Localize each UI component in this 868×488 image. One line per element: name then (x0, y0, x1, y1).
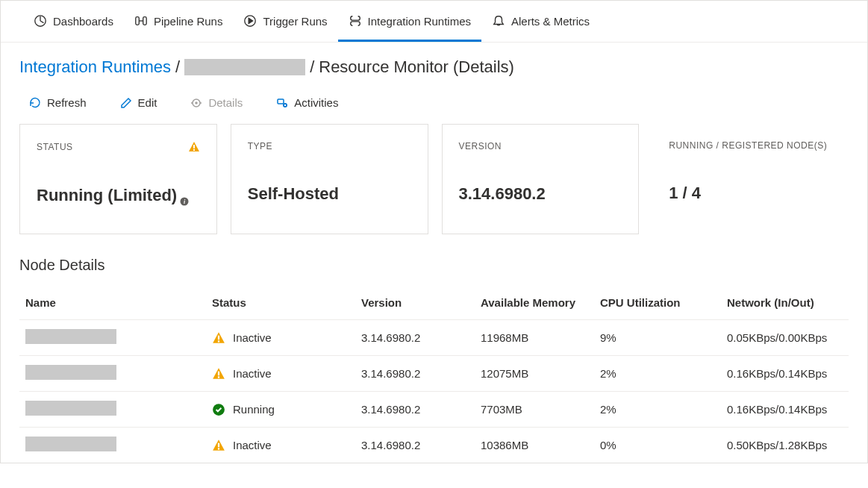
tab-label: Integration Runtimes (368, 15, 471, 28)
tab-label: Pipeline Runs (154, 15, 223, 28)
node-memory: 11968MB (475, 320, 594, 356)
node-network: 0.16KBps/0.14KBps (721, 392, 849, 428)
card-value: 1 / 4 (669, 184, 701, 203)
edit-icon (120, 97, 132, 109)
dashboard-icon (34, 14, 47, 28)
breadcrumb-redacted-name (184, 59, 305, 75)
tab-trigger-runs[interactable]: Trigger Runs (233, 1, 337, 42)
breadcrumb: Integration Runtimes / / Resource Monito… (1, 43, 867, 83)
svg-rect-12 (218, 335, 219, 340)
trigger-icon (243, 14, 257, 28)
details-icon (190, 97, 202, 109)
warning-icon (188, 141, 200, 153)
th-cpu[interactable]: CPU Utilization (594, 287, 721, 320)
node-version: 3.14.6980.2 (355, 356, 475, 392)
node-details-table: Name Status Version Available Memory CPU… (19, 287, 849, 463)
svg-rect-14 (218, 371, 219, 375)
node-cpu: 2% (594, 356, 721, 392)
card-label: TYPE (248, 141, 272, 151)
warning-icon (212, 331, 225, 345)
svg-point-5 (196, 102, 197, 104)
tab-dashboards[interactable]: Dashboards (23, 1, 124, 42)
card-value: Self-Hosted (248, 184, 339, 204)
node-network: 0.50KBps/1.28KBps (721, 428, 849, 463)
node-status: Inactive (233, 367, 272, 380)
details-button: Details (190, 96, 243, 109)
node-network: 0.05KBps/0.00KBps (721, 320, 849, 356)
refresh-button[interactable]: Refresh (29, 96, 87, 109)
th-status[interactable]: Status (206, 287, 355, 320)
warning-icon (212, 439, 225, 452)
card-label: RUNNING / REGISTERED NODE(S) (669, 140, 827, 151)
node-memory: 7703MB (475, 392, 594, 428)
tab-label: Trigger Runs (263, 15, 327, 28)
integration-icon (349, 14, 362, 28)
status-card: STATUS Running (Limited) i (19, 124, 217, 234)
card-label: STATUS (37, 142, 73, 152)
breadcrumb-current: Resource Monitor (Details) (319, 57, 514, 77)
th-version[interactable]: Version (355, 287, 475, 320)
table-row[interactable]: Running3.14.6980.27703MB2%0.16KBps/0.14K… (19, 392, 849, 428)
node-name-redacted (25, 437, 116, 451)
svg-rect-9 (193, 149, 195, 151)
node-memory: 10386MB (475, 428, 594, 463)
version-card: VERSION 3.14.6980.2 (442, 124, 640, 234)
summary-cards: STATUS Running (Limited) i TYPE Self-Hos… (1, 124, 867, 257)
pipeline-icon (134, 14, 148, 28)
node-network: 0.16KBps/0.14KBps (721, 356, 849, 392)
node-version: 3.14.6980.2 (355, 428, 475, 463)
bell-icon (492, 14, 505, 28)
table-row[interactable]: Inactive3.14.6980.210386MB0%0.50KBps/1.2… (19, 428, 849, 463)
button-label: Details (208, 96, 243, 109)
button-label: Activities (294, 96, 338, 109)
refresh-icon (29, 97, 41, 109)
check-circle-icon (212, 403, 225, 416)
svg-rect-2 (143, 17, 147, 25)
node-cpu: 9% (594, 320, 721, 356)
table-row[interactable]: Inactive3.14.6980.211968MB9%0.05KBps/0.0… (19, 320, 849, 356)
breadcrumb-separator: / (175, 57, 180, 77)
node-status: Running (233, 403, 275, 416)
nodes-card: RUNNING / REGISTERED NODE(S) 1 / 4 (652, 124, 849, 234)
button-label: Refresh (47, 96, 87, 109)
svg-rect-1 (136, 17, 140, 25)
svg-rect-17 (218, 442, 219, 447)
card-value: Running (Limited) (37, 186, 177, 205)
tab-label: Alerts & Metrics (511, 15, 590, 28)
main-tabs: Dashboards Pipeline Runs Trigger Runs In… (1, 1, 867, 43)
th-memory[interactable]: Available Memory (475, 287, 594, 320)
th-name[interactable]: Name (19, 287, 206, 320)
node-version: 3.14.6980.2 (355, 392, 475, 428)
node-name-redacted (25, 329, 116, 344)
section-title: Node Details (1, 257, 867, 287)
node-cpu: 0% (594, 428, 721, 463)
info-icon[interactable]: i (180, 191, 189, 200)
svg-rect-15 (218, 376, 219, 378)
tab-alerts-metrics[interactable]: Alerts & Metrics (481, 1, 600, 42)
node-status: Inactive (233, 439, 272, 451)
svg-rect-18 (218, 448, 219, 449)
activities-button[interactable]: Activities (276, 96, 338, 109)
table-row[interactable]: Inactive3.14.6980.212075MB2%0.16KBps/0.1… (19, 356, 849, 392)
card-label: VERSION (459, 141, 502, 151)
node-name-redacted (25, 365, 116, 380)
card-value: 3.14.6980.2 (459, 184, 546, 204)
toolbar: Refresh Edit Details Activities (1, 83, 867, 124)
type-card: TYPE Self-Hosted (231, 124, 428, 234)
svg-rect-6 (278, 99, 284, 104)
tab-label: Dashboards (53, 15, 113, 28)
node-cpu: 2% (594, 392, 721, 428)
node-name-redacted (25, 401, 116, 416)
warning-icon (212, 367, 225, 381)
node-memory: 12075MB (475, 356, 594, 392)
edit-button[interactable]: Edit (120, 96, 157, 109)
breadcrumb-separator: / (310, 57, 314, 77)
breadcrumb-root[interactable]: Integration Runtimes (19, 57, 171, 77)
svg-rect-13 (218, 340, 219, 342)
th-network[interactable]: Network (In/Out) (721, 287, 849, 320)
activities-icon (276, 97, 288, 109)
node-status: Inactive (233, 331, 272, 344)
tab-pipeline-runs[interactable]: Pipeline Runs (124, 1, 234, 42)
tab-integration-runtimes[interactable]: Integration Runtimes (338, 1, 481, 42)
button-label: Edit (138, 96, 157, 109)
